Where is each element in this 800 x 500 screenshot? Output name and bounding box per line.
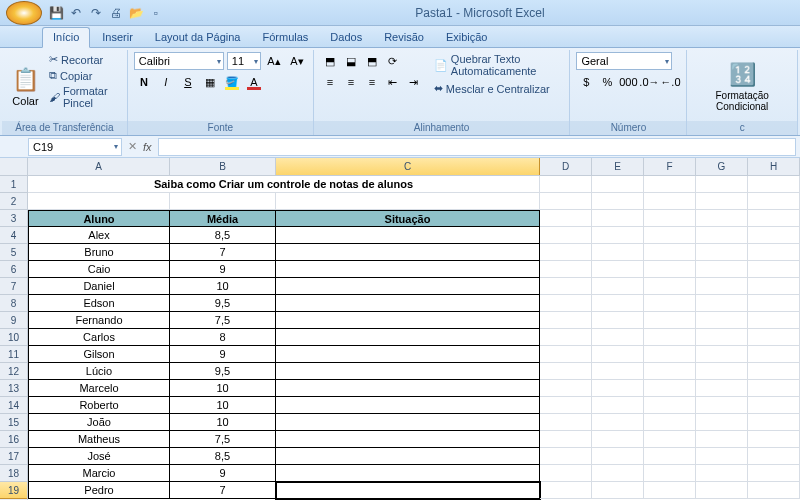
formula-input[interactable] bbox=[158, 138, 796, 156]
cell-aluno[interactable]: Caio bbox=[28, 261, 170, 278]
fill-color-button[interactable]: 🪣 bbox=[222, 73, 242, 91]
row-header-13[interactable]: 13 bbox=[0, 380, 27, 397]
col-header-B[interactable]: B bbox=[170, 158, 276, 175]
col-header-F[interactable]: F bbox=[644, 158, 696, 175]
new-icon[interactable]: ▫ bbox=[148, 5, 164, 21]
name-box[interactable]: C19 bbox=[28, 138, 122, 156]
print-icon[interactable]: 🖨 bbox=[108, 5, 124, 21]
cell-aluno[interactable]: Matheus bbox=[28, 431, 170, 448]
row-header-11[interactable]: 11 bbox=[0, 346, 27, 363]
tab-inserir[interactable]: Inserir bbox=[92, 28, 143, 47]
decrease-decimal-icon[interactable]: ←.0 bbox=[660, 73, 680, 91]
paste-button[interactable]: 📋 Colar bbox=[8, 52, 43, 121]
cell-aluno[interactable]: Carlos bbox=[28, 329, 170, 346]
col-header-D[interactable]: D bbox=[540, 158, 592, 175]
cell-aluno[interactable]: Daniel bbox=[28, 278, 170, 295]
open-icon[interactable]: 📂 bbox=[128, 5, 144, 21]
select-all-corner[interactable] bbox=[0, 158, 27, 176]
cell-situacao[interactable] bbox=[276, 227, 540, 244]
align-top-icon[interactable]: ⬒ bbox=[320, 52, 340, 70]
cell-media[interactable]: 9 bbox=[170, 261, 276, 278]
cell-media[interactable]: 10 bbox=[170, 414, 276, 431]
grow-font-icon[interactable]: A▴ bbox=[264, 52, 284, 70]
currency-icon[interactable]: $ bbox=[576, 73, 596, 91]
row-header-12[interactable]: 12 bbox=[0, 363, 27, 380]
shrink-font-icon[interactable]: A▾ bbox=[287, 52, 307, 70]
undo-icon[interactable]: ↶ bbox=[68, 5, 84, 21]
save-icon[interactable]: 💾 bbox=[48, 5, 64, 21]
comma-icon[interactable]: 000 bbox=[618, 73, 638, 91]
number-format-combo[interactable]: Geral bbox=[576, 52, 672, 70]
cell-media[interactable]: 10 bbox=[170, 397, 276, 414]
tab-inicio[interactable]: Início bbox=[42, 27, 90, 48]
bold-button[interactable]: N bbox=[134, 73, 154, 91]
align-right-icon[interactable]: ≡ bbox=[362, 73, 382, 91]
cell-aluno[interactable]: Bruno bbox=[28, 244, 170, 261]
cell-media[interactable]: 10 bbox=[170, 278, 276, 295]
cell-media[interactable]: 9,5 bbox=[170, 363, 276, 380]
row-header-6[interactable]: 6 bbox=[0, 261, 27, 278]
cell-aluno[interactable]: Marcio bbox=[28, 465, 170, 482]
row-header-8[interactable]: 8 bbox=[0, 295, 27, 312]
row-header-2[interactable]: 2 bbox=[0, 193, 27, 210]
cell-media[interactable]: 10 bbox=[170, 380, 276, 397]
cell-media[interactable]: 9 bbox=[170, 465, 276, 482]
sheet-title[interactable]: Saiba como Criar um controle de notas de… bbox=[28, 176, 540, 193]
cell-aluno[interactable]: Lúcio bbox=[28, 363, 170, 380]
row-header-19[interactable]: 19 bbox=[0, 482, 27, 499]
cell-aluno[interactable]: Roberto bbox=[28, 397, 170, 414]
header-aluno[interactable]: Aluno bbox=[28, 210, 170, 227]
decrease-indent-icon[interactable]: ⇤ bbox=[383, 73, 403, 91]
cell-situacao[interactable] bbox=[276, 329, 540, 346]
wrap-text-button[interactable]: 📄Quebrar Texto Automaticamente bbox=[432, 52, 564, 78]
row-header-15[interactable]: 15 bbox=[0, 414, 27, 431]
row-header-7[interactable]: 7 bbox=[0, 278, 27, 295]
cell-situacao[interactable] bbox=[276, 397, 540, 414]
col-header-H[interactable]: H bbox=[748, 158, 800, 175]
col-header-C[interactable]: C bbox=[276, 158, 540, 175]
cell-situacao[interactable] bbox=[276, 312, 540, 329]
active-cell[interactable] bbox=[276, 482, 540, 499]
cell-situacao[interactable] bbox=[276, 448, 540, 465]
cell-media[interactable]: 9,5 bbox=[170, 295, 276, 312]
cell-aluno[interactable]: Edson bbox=[28, 295, 170, 312]
cell-media[interactable]: 7,5 bbox=[170, 431, 276, 448]
align-middle-icon[interactable]: ⬓ bbox=[341, 52, 361, 70]
row-header-1[interactable]: 1 bbox=[0, 176, 27, 193]
header-situacao[interactable]: Situação bbox=[276, 210, 540, 227]
copy-button[interactable]: ⧉Copiar bbox=[47, 68, 121, 83]
cell-media[interactable]: 8,5 bbox=[170, 227, 276, 244]
format-painter-button[interactable]: 🖌Formatar Pincel bbox=[47, 84, 121, 110]
row-header-5[interactable]: 5 bbox=[0, 244, 27, 261]
underline-button[interactable]: S bbox=[178, 73, 198, 91]
cell-situacao[interactable] bbox=[276, 346, 540, 363]
cell-situacao[interactable] bbox=[276, 465, 540, 482]
conditional-formatting-button[interactable]: 🔢 Formatação Condicional bbox=[693, 52, 791, 121]
col-header-G[interactable]: G bbox=[696, 158, 748, 175]
font-name-combo[interactable]: Calibri bbox=[134, 52, 224, 70]
row-header-16[interactable]: 16 bbox=[0, 431, 27, 448]
merge-center-button[interactable]: ⬌Mesclar e Centralizar bbox=[432, 81, 564, 96]
cell-situacao[interactable] bbox=[276, 278, 540, 295]
font-size-combo[interactable]: 11 bbox=[227, 52, 261, 70]
grid[interactable]: ABCDEFGH Saiba como Criar um controle de… bbox=[28, 158, 800, 500]
cell-situacao[interactable] bbox=[276, 414, 540, 431]
cell-media[interactable]: 7,5 bbox=[170, 312, 276, 329]
row-header-4[interactable]: 4 bbox=[0, 227, 27, 244]
cell-aluno[interactable]: Marcelo bbox=[28, 380, 170, 397]
row-header-18[interactable]: 18 bbox=[0, 465, 27, 482]
cell-media[interactable]: 9 bbox=[170, 346, 276, 363]
align-bottom-icon[interactable]: ⬒ bbox=[362, 52, 382, 70]
redo-icon[interactable]: ↷ bbox=[88, 5, 104, 21]
orientation-icon[interactable]: ⟳ bbox=[383, 52, 403, 70]
col-header-A[interactable]: A bbox=[28, 158, 170, 175]
tab-formulas[interactable]: Fórmulas bbox=[253, 28, 319, 47]
cell-aluno[interactable]: José bbox=[28, 448, 170, 465]
cell-situacao[interactable] bbox=[276, 295, 540, 312]
cell-media[interactable]: 8 bbox=[170, 329, 276, 346]
cut-button[interactable]: ✂Recortar bbox=[47, 52, 121, 67]
increase-decimal-icon[interactable]: .0→ bbox=[639, 73, 659, 91]
percent-icon[interactable]: % bbox=[597, 73, 617, 91]
header-media[interactable]: Média bbox=[170, 210, 276, 227]
cell-media[interactable]: 8,5 bbox=[170, 448, 276, 465]
